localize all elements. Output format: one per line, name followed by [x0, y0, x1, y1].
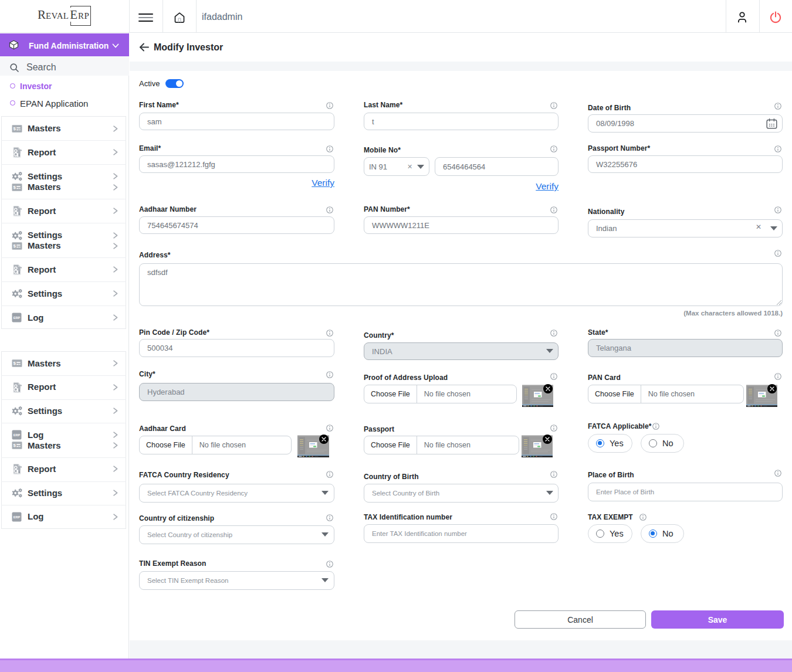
svg-text:$: $ [13, 185, 16, 190]
svg-text:ERP: ERP [13, 515, 21, 518]
svg-text:$: $ [13, 243, 16, 249]
svg-text:$: $ [13, 361, 16, 366]
svg-text:ERP: ERP [13, 316, 21, 320]
svg-text:ERP: ERP [13, 433, 21, 437]
svg-text:$: $ [13, 126, 16, 131]
svg-text:$: $ [13, 443, 16, 448]
